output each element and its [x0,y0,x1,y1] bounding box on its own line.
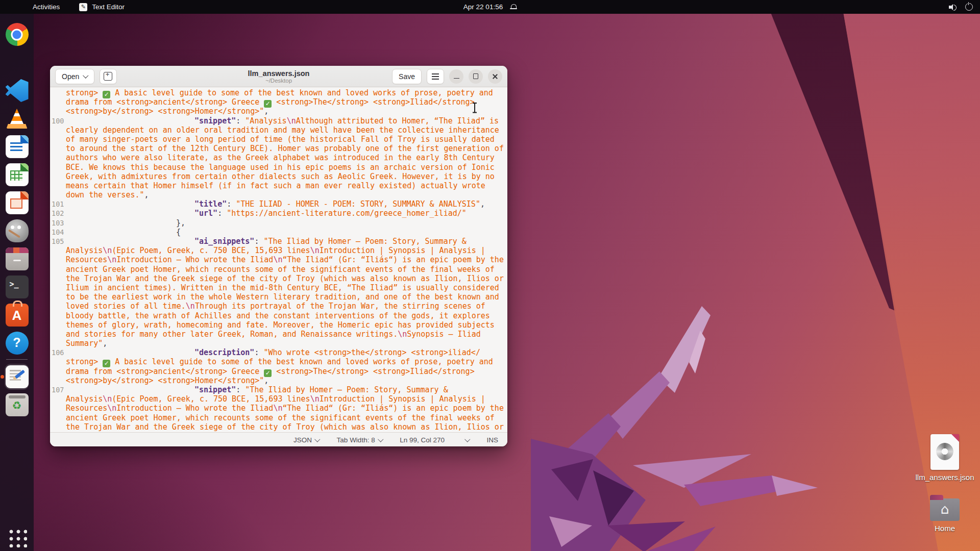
chevron-down-icon [83,73,89,79]
line-number [50,190,66,199]
line-number: 103 [50,218,66,228]
vlc-icon [6,107,29,130]
dock-item-grid[interactable] [3,523,31,551]
main-menu-button[interactable] [427,69,444,84]
code-line: drama from <strong>ancient</strong> Gree… [66,97,507,107]
code-line: the Trojan War and the Greek siege of th… [66,422,507,432]
vscode-icon [6,79,29,102]
code-row: drama from <strong>ancient</strong> Gree… [50,97,507,107]
dock-item-software[interactable] [3,301,31,329]
code-line: drama from <strong>ancient</strong> Gree… [66,367,507,376]
new-tab-button[interactable] [100,69,117,84]
dock-item-gedit[interactable] [3,363,31,391]
wallpaper-shards [531,286,827,551]
impress-icon [6,191,29,214]
code-row: Resources\nIntroduction – Who wrote the … [50,404,507,413]
open-button[interactable]: Open [55,69,94,84]
dock-item-impress[interactable] [3,189,31,217]
dock-item-terminal[interactable] [3,273,31,301]
line-number [50,413,66,422]
code-line: strong> ✓ A basic level guide to some of… [66,357,507,366]
dock-item-gimp[interactable] [3,217,31,245]
chevron-down-icon [315,436,321,442]
goto-line-menu[interactable] [462,439,470,441]
code-line: Analysis\n(Epic Poem, Greek, c. 750 BCE,… [66,394,507,404]
line-number: 100 [50,116,66,126]
desktop: Activities ✎ Text Editor Apr 22 01:56 Op… [0,0,980,551]
insert-mode-label: INS [486,436,498,444]
activities-button[interactable]: Activities [33,3,60,11]
code-row: <strong>by</strong> <strong>Homer</stron… [50,107,507,116]
dock-item-vlc[interactable] [3,105,31,133]
dock-item-thunderbird[interactable] [3,48,31,77]
gimp-icon [6,219,29,242]
editor-text-area[interactable]: strong> ✓ A basic level guide to some of… [50,87,507,432]
dock-item-calc[interactable] [3,161,31,189]
code-row: the Trojan War and the Greek siege of th… [50,274,507,283]
new-tab-icon [104,72,112,81]
close-button[interactable] [488,69,502,84]
line-number [50,172,66,181]
code-row: 107"snippet": "The Iliad by Homer – Poem… [50,385,507,394]
maximize-button[interactable] [469,69,483,84]
maximize-icon [473,73,479,79]
line-number [50,311,66,320]
chevron-down-icon [464,436,470,442]
line-number [50,394,66,404]
close-icon [492,73,498,80]
code-row: and stories for many other later Greek, … [50,330,507,339]
dock-item-help[interactable] [3,329,31,357]
code-row: bloody battle, the wrath of Achilles and… [50,311,507,320]
line-number: 101 [50,199,66,209]
language-selector[interactable]: JSON [293,436,320,444]
save-button[interactable]: Save [392,69,422,84]
line-number [50,181,66,190]
code-row: themes of glory, wrath, homecoming and f… [50,320,507,330]
bell-icon [510,4,517,10]
tab-width-selector[interactable]: Tab Width: 8 [337,436,383,444]
clock[interactable]: Apr 22 01:56 [463,3,503,11]
mouse-ibeam-cursor [472,102,477,113]
text-editor-window: Open llm_answers.json ~/Desktop Save [50,66,507,446]
dock-item-vscode[interactable] [3,77,31,105]
dock [0,14,34,551]
code-row: the Trojan War and the Greek siege of th… [50,422,507,432]
line-number [50,88,66,97]
home-folder-icon [930,498,960,521]
desktop-home-folder[interactable]: Home [917,492,973,533]
code-row: 103}, [50,218,507,228]
writer-icon [6,135,29,158]
software-icon [6,304,29,327]
code-row: Analysis\n(Epic Poem, Greek, c. 750 BCE,… [50,246,507,255]
open-button-label: Open [62,72,79,81]
code-line: Resources\nIntroduction – Who wrote the … [66,404,507,413]
dock-item-writer[interactable] [3,133,31,161]
code-line: Summary", [66,339,507,348]
line-number: 107 [50,385,66,394]
minimize-button[interactable] [449,69,463,84]
code-line: Resources\nIntroduction – Who wrote the … [66,255,507,264]
line-number [50,163,66,172]
dock-item-chrome[interactable] [3,20,31,48]
code-row: Analysis\n(Epic Poem, Greek, c. 750 BCE,… [50,394,507,404]
line-number: 102 [50,209,66,218]
line-number [50,357,66,366]
cursor-position: Ln 99, Col 270 [400,436,445,444]
code-line: the Trojan War and the Greek siege of th… [66,274,507,283]
code-row: 101"title": "THE ILIAD - HOMER - POEM: S… [50,199,507,209]
dock-item-trash[interactable] [3,391,31,419]
code-line: ancient Greek poet Homer, which recounts… [66,265,507,274]
dock-item-files[interactable] [3,245,31,273]
line-number [50,153,66,162]
line-number: 105 [50,237,66,246]
line-number [50,320,66,330]
line-number [50,339,66,348]
help-icon [6,332,29,355]
document-title: llm_answers.json [248,69,310,78]
line-number [50,422,66,432]
desktop-file-llm-answers[interactable]: llm_answers.json [917,434,973,482]
system-tray[interactable] [949,0,973,14]
code-line: "snippet": "The Iliad by Homer – Poem: S… [66,385,507,394]
focused-app-menu[interactable]: ✎ Text Editor [79,3,125,11]
code-row: of many singer-poets over a long period … [50,135,507,144]
